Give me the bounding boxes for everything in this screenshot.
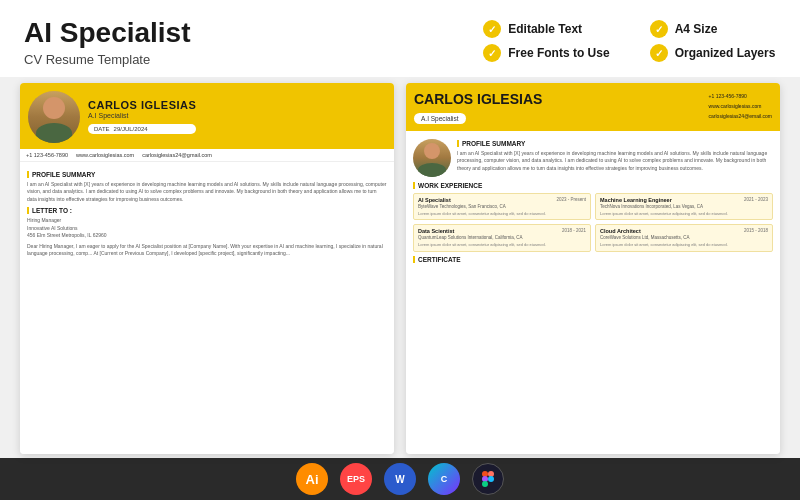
work-grid: AI Specialist 2023 - Present ByteWave Te…	[413, 193, 773, 252]
contact-email: carlosiglesias24@gmail.com	[142, 152, 212, 158]
profile-summary-title-right: PROFILE SUMMARY	[457, 140, 773, 147]
tool-word[interactable]: W	[384, 463, 416, 495]
cv-name-area: CARLOS IGLESIAS A.I Specialist DATE 29/J…	[88, 99, 196, 134]
header: AI Specialist CV Resume Template ✓ Edita…	[0, 0, 800, 77]
check-icon: ✓	[483, 20, 501, 38]
feature-label: Free Fonts to Use	[508, 46, 609, 60]
check-icon: ✓	[483, 44, 501, 62]
tool-canva[interactable]: C	[428, 463, 460, 495]
feature-label: Organized Layers	[675, 46, 776, 60]
letter-title: LETTER TO :	[27, 207, 387, 214]
feature-free-fonts: ✓ Free Fonts to Use	[483, 44, 609, 62]
cv-preview-left[interactable]: CARLOS IGLESIAS A.I Specialist DATE 29/J…	[20, 83, 394, 454]
profile-summary-text-right: I am an AI Specialist with [X] years of …	[457, 150, 773, 173]
job-company-3: CoreWave Solutions Ltd, Massachusetts, C…	[600, 235, 768, 240]
job-dates-0: 2023 - Present	[556, 197, 586, 203]
profile-summary-text: I am an AI Specialist with [X] years of …	[27, 181, 387, 204]
cv-preview-right[interactable]: CARLOS IGLESIAS A.I Specialist +1 123-45…	[406, 83, 780, 454]
work-item-2: Data Scientist 2018 - 2021 QuantumLeap S…	[413, 224, 591, 252]
feature-a4-size: ✓ A4 Size	[650, 20, 776, 38]
tool-figma[interactable]	[472, 463, 504, 495]
contact-email: carlosiglesias24@email.com	[709, 111, 772, 121]
contact-phone: +1 123-456-7890	[26, 152, 68, 158]
work-item-3: Cloud Architect 2015 - 2018 CoreWave Sol…	[595, 224, 773, 252]
letter-recipient: Hiring Manager	[27, 217, 387, 225]
date-value: 29/JUL/2024	[114, 126, 148, 132]
feature-editable-text: ✓ Editable Text	[483, 20, 609, 38]
bottom-toolbar: Ai EPS W C	[0, 458, 800, 500]
job-dates-2: 2018 - 2021	[562, 228, 586, 234]
cv-left-header: CARLOS IGLESIAS A.I Specialist DATE 29/J…	[20, 83, 394, 149]
job-text-3: Lorem ipsum dolor sit amet, consectetur …	[600, 242, 768, 248]
profile-row: PROFILE SUMMARY I am an AI Specialist wi…	[413, 136, 773, 177]
job-company-1: TechNova Innovations Incorporated, Las V…	[600, 204, 768, 209]
contact-web: www.carlosiglesias.com	[76, 152, 134, 158]
check-icon: ✓	[650, 20, 668, 38]
cv-right-body: PROFILE SUMMARY I am an AI Specialist wi…	[406, 131, 780, 454]
cv-left-body: PROFILE SUMMARY I am an AI Specialist wi…	[20, 162, 394, 454]
product-title: AI Specialist	[24, 18, 191, 49]
letter-section: LETTER TO : Hiring Manager Innovative AI…	[27, 207, 387, 258]
cv-right-name-area: CARLOS IGLESIAS A.I Specialist	[414, 91, 542, 125]
tool-eps[interactable]: EPS	[340, 463, 372, 495]
feature-organized-layers: ✓ Organized Layers	[650, 44, 776, 62]
job-company-0: ByteWave Technologies, San Francisco, CA	[418, 204, 586, 209]
job-text-1: Lorem ipsum dolor sit amet, consectetur …	[600, 211, 768, 217]
job-title-2: Data Scientist	[418, 228, 454, 234]
header-left: AI Specialist CV Resume Template	[24, 18, 191, 67]
feature-label: Editable Text	[508, 22, 582, 36]
profile-text-area: PROFILE SUMMARY I am an AI Specialist wi…	[457, 136, 773, 173]
check-icon: ✓	[650, 44, 668, 62]
cv-contact-row: +1 123-456-7890 www.carlosiglesias.com c…	[20, 149, 394, 162]
cv-right-header: CARLOS IGLESIAS A.I Specialist +1 123-45…	[406, 83, 780, 131]
cv-job-title: A.I Specialist	[88, 112, 196, 119]
svg-rect-3	[482, 481, 488, 487]
previews-container: CARLOS IGLESIAS A.I Specialist DATE 29/J…	[0, 77, 800, 458]
cv-right-contact: +1 123-456-7890 www.carlosiglesias.com c…	[709, 91, 772, 121]
job-title-3: Cloud Architect	[600, 228, 641, 234]
job-text-2: Lorem ipsum dolor sit amet, consectetur …	[418, 242, 586, 248]
main-container: AI Specialist CV Resume Template ✓ Edita…	[0, 0, 800, 500]
feature-label: A4 Size	[675, 22, 718, 36]
job-dates-1: 2021 - 2023	[744, 197, 768, 203]
feature-list: ✓ Editable Text ✓ A4 Size ✓ Free Fonts t…	[483, 20, 776, 62]
avatar-left	[28, 91, 80, 143]
date-label: DATE	[94, 126, 110, 132]
avatar-image	[28, 91, 80, 143]
cv-right-name: CARLOS IGLESIAS	[414, 91, 542, 107]
cv-date-row: DATE 29/JUL/2024	[88, 124, 196, 134]
job-dates-3: 2015 - 2018	[744, 228, 768, 234]
job-company-2: QuantumLeap Solutions International, Cal…	[418, 235, 586, 240]
certificate-title: CERTIFICATE	[413, 256, 773, 263]
job-title-0: AI Specialist	[418, 197, 451, 203]
contact-web: www.carlosiglesias.com	[709, 101, 772, 111]
profile-summary-title: PROFILE SUMMARY	[27, 171, 387, 178]
job-text-0: Lorem ipsum dolor sit amet, consectetur …	[418, 211, 586, 217]
letter-address: 456 Elm Street Metropolis, IL 62960	[27, 232, 387, 240]
product-subtitle: CV Resume Template	[24, 52, 191, 67]
work-experience-title: WORK EXPERIENCE	[413, 182, 773, 189]
svg-point-4	[488, 476, 494, 482]
tool-illustrator[interactable]: Ai	[296, 463, 328, 495]
letter-company: Innovative AI Solutions	[27, 225, 387, 233]
job-title-1: Machine Learning Engineer	[600, 197, 672, 203]
cv-right-title-badge: A.I Specialist	[414, 113, 466, 124]
contact-phone: +1 123-456-7890	[709, 91, 772, 101]
avatar-right	[413, 139, 451, 177]
work-item-1: Machine Learning Engineer 2021 - 2023 Te…	[595, 193, 773, 221]
letter-body: Dear Hiring Manager, I am eager to apply…	[27, 243, 387, 258]
cv-name: CARLOS IGLESIAS	[88, 99, 196, 111]
work-item-0: AI Specialist 2023 - Present ByteWave Te…	[413, 193, 591, 221]
